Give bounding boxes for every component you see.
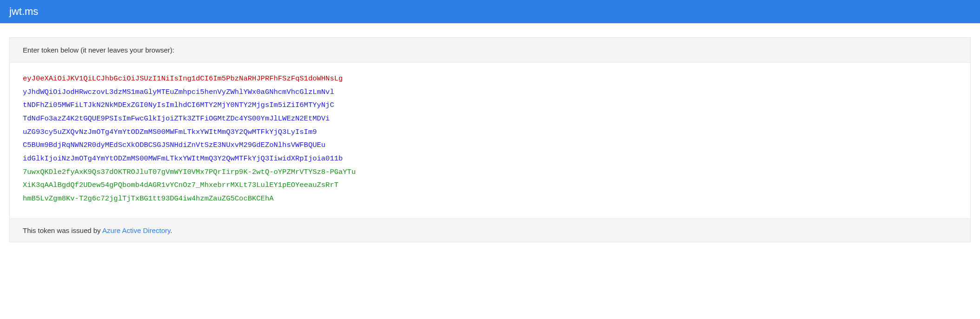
signature-line: XiK3qAAlBgdQf2UDew54gPQbomb4dAGR1vYCnOz7…: [23, 179, 957, 192]
jwt-signature-segment: 7uwxQKDle2fyAxK9Qs37dOKTROJluT07gVmWYI0V…: [23, 166, 957, 206]
jwt-payload-segment: yJhdWQiOiJodHRwczovL3dzMS1maGlyMTEuZmhpc…: [23, 86, 957, 166]
app-header: jwt.ms: [0, 0, 980, 23]
issuer-info: This token was issued by Azure Active Di…: [10, 219, 970, 242]
issuer-link[interactable]: Azure Active Directory: [102, 226, 170, 234]
jwt-header-segment: eyJ0eXAiOiJKV1QiLCJhbGciOiJSUzI1NiIsIng1…: [23, 72, 957, 86]
issuer-prefix: This token was issued by: [23, 226, 102, 234]
app-title: jwt.ms: [9, 6, 38, 17]
main-panel: Enter token below (it never leaves your …: [9, 37, 971, 242]
token-input-area[interactable]: eyJ0eXAiOiJKV1QiLCJhbGciOiJSUzI1NiIsIng1…: [10, 63, 970, 219]
issuer-suffix: .: [170, 226, 172, 234]
payload-line: tNDFhZi05MWFiLTJkN2NkMDExZGI0NyIsImlhdCI…: [23, 99, 957, 112]
payload-line: yJhdWQiOiJodHRwczovL3dzMS1maGlyMTEuZmhpc…: [23, 86, 957, 99]
instruction-label: Enter token below (it never leaves your …: [10, 38, 970, 63]
payload-line: uZG93cy5uZXQvNzJmOTg4YmYtODZmMS00MWFmLTk…: [23, 126, 957, 139]
payload-line: idGlkIjoiNzJmOTg4YmYtODZmMS00MWFmLTkxYWI…: [23, 152, 957, 166]
signature-line: hmB5LvZgm8Kv-T2g6c72jglTjTxBG1tt93DG4iw4…: [23, 192, 957, 206]
signature-line: 7uwxQKDle2fyAxK9Qs37dOKTROJluT07gVmWYI0V…: [23, 166, 957, 179]
payload-line: C5BUm9BdjRqNWN2R0dyMEdScXkODBCSGJSNHdiZn…: [23, 139, 957, 152]
payload-line: TdNdFo3azZ4K2tGQUE9PSIsImFwcGlkIjoiZTk3Z…: [23, 112, 957, 126]
